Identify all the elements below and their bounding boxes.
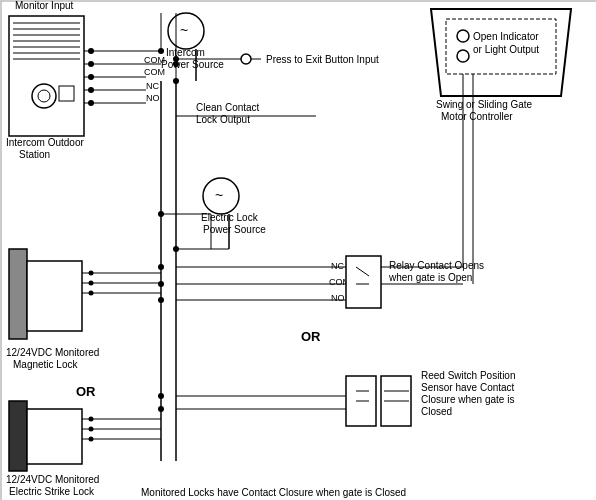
svg-text:~: ~ (180, 22, 188, 38)
svg-text:Monitored Locks have Contact C: Monitored Locks have Contact Closure whe… (141, 487, 406, 498)
svg-text:COM: COM (144, 55, 165, 65)
svg-text:COM: COM (144, 67, 165, 77)
svg-text:OR: OR (76, 384, 96, 399)
monitor-input-label: Monitor Input (15, 1, 74, 11)
svg-point-110 (158, 393, 164, 399)
svg-text:Reed Switch Position: Reed Switch Position (421, 370, 516, 381)
svg-text:or Light Output: or Light Output (473, 44, 539, 55)
svg-text:NC: NC (146, 81, 159, 91)
svg-text:Power Source: Power Source (161, 59, 224, 70)
svg-text:12/24VDC Monitored: 12/24VDC Monitored (6, 347, 99, 358)
intercom-outdoor-label: Intercom Outdoor (6, 137, 84, 148)
svg-rect-51 (9, 249, 27, 339)
svg-text:Press to Exit Button Input: Press to Exit Button Input (266, 54, 379, 65)
svg-text:Electric Strike Lock: Electric Strike Lock (9, 486, 95, 497)
svg-text:Clean Contact: Clean Contact (196, 102, 260, 113)
diagram-container: Monitor Input Intercom Outdoor Station ~… (0, 0, 596, 500)
svg-text:Closure when gate is: Closure when gate is (421, 394, 514, 405)
svg-text:Magnetic Lock: Magnetic Lock (13, 359, 78, 370)
svg-rect-52 (27, 261, 82, 331)
svg-text:NO: NO (146, 93, 160, 103)
svg-rect-62 (9, 401, 27, 471)
svg-point-126 (173, 56, 179, 62)
svg-point-10 (38, 90, 50, 102)
svg-text:NO: NO (331, 293, 345, 303)
svg-point-108 (158, 281, 164, 287)
svg-rect-63 (27, 409, 82, 464)
svg-point-113 (457, 30, 469, 42)
svg-text:Motor Controller: Motor Controller (441, 111, 513, 122)
svg-point-114 (457, 50, 469, 62)
svg-text:Power Source: Power Source (203, 224, 266, 235)
svg-text:Open Indicator: Open Indicator (473, 31, 539, 42)
svg-point-111 (158, 406, 164, 412)
svg-point-28 (241, 54, 251, 64)
svg-point-109 (158, 297, 164, 303)
svg-rect-11 (59, 86, 74, 101)
svg-text:Closed: Closed (421, 406, 452, 417)
svg-text:NC: NC (331, 261, 344, 271)
svg-text:~: ~ (215, 187, 223, 203)
svg-point-130 (173, 78, 179, 84)
svg-rect-78 (346, 256, 381, 308)
svg-point-107 (158, 264, 164, 270)
svg-text:Relay Contact Opens: Relay Contact Opens (389, 260, 484, 271)
svg-point-135 (173, 246, 179, 252)
svg-text:when gate is Open: when gate is Open (388, 272, 472, 283)
svg-text:Swing or Sliding Gate: Swing or Sliding Gate (436, 99, 533, 110)
svg-text:OR: OR (301, 329, 321, 344)
svg-text:Intercom: Intercom (166, 47, 205, 58)
svg-text:Sensor have Contact: Sensor have Contact (421, 382, 515, 393)
intercom-outdoor-label2: Station (19, 149, 50, 160)
svg-text:12/24VDC Monitored: 12/24VDC Monitored (6, 474, 99, 485)
svg-point-132 (158, 211, 164, 217)
svg-rect-1 (9, 16, 84, 136)
